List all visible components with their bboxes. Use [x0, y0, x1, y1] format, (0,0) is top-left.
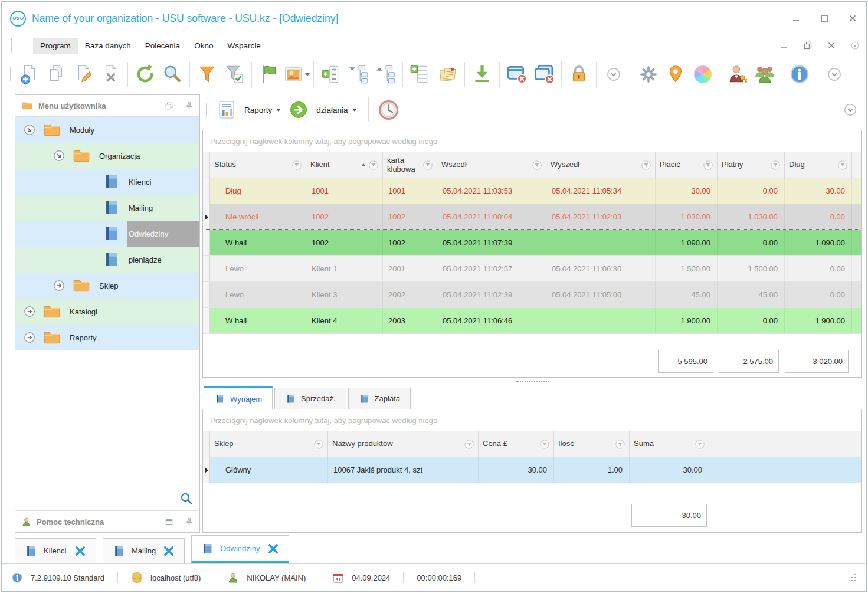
filter-icon[interactable] [292, 160, 302, 170]
mdi-tab-odwiedziny[interactable]: Odwiedziny [191, 535, 289, 563]
visit-row-1[interactable]: Dług1001100105.04.2021 11:03:5305.04.202… [203, 178, 861, 204]
toolbar-search-button[interactable] [159, 60, 186, 89]
column-header-suma[interactable]: Suma [630, 431, 709, 457]
child-minimize-icon[interactable] [780, 41, 788, 50]
toolbar-tree-expand-button[interactable] [345, 60, 372, 89]
minimize-icon[interactable] [792, 14, 800, 22]
expand-node-icon[interactable] [24, 332, 35, 343]
column-header-wszedł[interactable]: Wszedł [437, 152, 546, 178]
menu-item-baza-danych[interactable]: Baza danych [78, 38, 138, 54]
menu-item-wsparcie[interactable]: Wsparcie [220, 38, 267, 54]
sidebar-item-pieniądze[interactable]: pieniądze [15, 247, 199, 273]
tab-wynajem[interactable]: Wynajem [204, 386, 273, 409]
collapse-panel-icon[interactable] [165, 517, 173, 526]
search-icon[interactable] [180, 492, 192, 504]
toolbar-download-button[interactable] [469, 60, 496, 89]
sidebar-item-katalogi[interactable]: Katalogi [15, 299, 199, 325]
visit-row-5[interactable]: LewoKlient 3200205.04.2021 11:02:3905.04… [203, 282, 861, 308]
toolbar-flag-button[interactable] [256, 60, 283, 89]
toolbar-options-icon[interactable] [844, 103, 857, 116]
menu-item-okno[interactable]: Okno [187, 38, 220, 54]
actions-go-icon[interactable] [289, 100, 309, 120]
column-header-wyszedł[interactable]: Wyszedł [546, 152, 656, 178]
toolbar-delete-document-button[interactable] [97, 60, 124, 89]
toolbar-tree-collapse-button[interactable] [372, 60, 399, 89]
toolbar-options-icon[interactable] [851, 41, 859, 50]
close-tab-icon[interactable] [74, 545, 87, 558]
collapse-node-icon[interactable] [53, 150, 65, 162]
program-book-icon[interactable] [18, 40, 30, 51]
toolbar-user-key-button[interactable] [724, 60, 751, 89]
filter-icon[interactable] [369, 160, 378, 170]
toolbar-gear-button[interactable] [635, 60, 662, 89]
filter-icon[interactable] [540, 440, 549, 449]
filter-icon[interactable] [695, 440, 705, 449]
child-restore-icon[interactable] [804, 41, 812, 50]
menubar-drag-handle[interactable] [9, 38, 12, 53]
pin-panel-icon[interactable] [185, 517, 194, 526]
tab-zapłata[interactable]: Zapłata [348, 388, 411, 409]
expand-node-icon[interactable] [53, 280, 65, 291]
filter-icon[interactable] [703, 160, 713, 170]
report-icon[interactable] [217, 100, 237, 120]
resize-grip[interactable] [847, 573, 857, 582]
filter-icon[interactable] [464, 440, 474, 449]
sidebar-item-odwiedziny[interactable]: Odwiedziny [15, 221, 199, 247]
pin-panel-icon[interactable] [185, 101, 194, 110]
toolbar-users-group-button[interactable] [751, 60, 778, 89]
sidebar-item-klienci[interactable]: Klienci [15, 169, 199, 195]
sidebar-item-moduły[interactable]: Moduły [15, 117, 199, 143]
visit-row-6[interactable]: W haliKlient 4200305.04.2021 11:06:461 9… [203, 308, 861, 334]
toolbar-expand-rows-button[interactable] [317, 60, 345, 89]
column-header-status[interactable]: Status [210, 152, 306, 178]
actions-dropdown[interactable]: działania [314, 103, 359, 117]
column-header-płacić[interactable]: Płacić [656, 152, 718, 178]
user-text[interactable]: NIKOLAY (MAIN) [247, 574, 306, 582]
toolbar-chevron-overflow-button[interactable] [821, 60, 848, 89]
filter-icon[interactable] [423, 160, 433, 170]
sidebar-item-raporty[interactable]: Raporty [15, 325, 199, 350]
clock-icon[interactable] [378, 99, 399, 121]
filter-icon[interactable] [771, 160, 780, 170]
menu-item-polecenia[interactable]: Polecenia [138, 38, 187, 54]
float-panel-icon[interactable] [165, 101, 173, 110]
toolbar-info-button[interactable] [786, 60, 813, 89]
support-panel-header[interactable]: Pomoc techniczna [15, 510, 199, 532]
sidebar-item-sklep[interactable]: Sklep [15, 273, 199, 299]
visit-row-3[interactable]: W hali1002100205.04.2021 11:07:391 090.0… [203, 230, 861, 256]
close-tab-icon[interactable] [162, 545, 175, 558]
toolbar-color-wheel-button[interactable] [689, 60, 716, 89]
column-header-klient[interactable]: Klient [306, 152, 383, 178]
column-header-płatny[interactable]: Płatny [718, 152, 785, 178]
toolbar-close-all-windows-button[interactable] [530, 60, 558, 89]
mdi-tab-mailing[interactable]: Mailing [103, 538, 185, 563]
column-header-nazwy-produktów[interactable]: Nazwy produktów [328, 431, 479, 457]
close-tab-icon[interactable] [267, 542, 280, 555]
toolbar-close-window-button[interactable] [503, 60, 530, 89]
toolbar-drag-handle[interactable] [8, 67, 11, 81]
toolbar-add-table-button[interactable] [407, 60, 434, 89]
toolbar-lock-button[interactable] [565, 60, 592, 89]
toolbar-location-pin-button[interactable] [662, 60, 689, 89]
reports-dropdown[interactable]: Raporty [242, 103, 283, 117]
visit-row-2[interactable]: Nie wrócił1002100205.04.2021 11:00:0405.… [203, 204, 861, 230]
column-header-dług[interactable]: Dług [785, 152, 852, 178]
date-text[interactable]: 04.09.2024 [352, 574, 390, 582]
child-close-icon[interactable] [827, 41, 836, 50]
toolbar-notes-button[interactable] [434, 60, 461, 89]
toolbar-filter-check-button[interactable] [221, 60, 248, 89]
collapse-node-icon[interactable] [24, 124, 35, 136]
tab-sprzedaż[interactable]: Sprzedaż. [274, 388, 346, 409]
expand-node-icon[interactable] [24, 306, 35, 317]
toolbar-image-button[interactable] [283, 60, 310, 89]
filter-icon[interactable] [641, 160, 651, 170]
filter-icon[interactable] [532, 160, 542, 170]
column-header-karta-klubowa[interactable]: karta klubowa [383, 152, 437, 178]
toolbar-add-document-button[interactable] [15, 60, 42, 89]
mdi-tab-klienci[interactable]: Klienci [15, 538, 96, 563]
vertical-scrollbar[interactable] [850, 179, 861, 346]
database-text[interactable]: localhost (utf8) [150, 574, 201, 582]
menu-item-program[interactable]: Program [33, 38, 78, 54]
sidebar-item-organizacja[interactable]: Organizacja [15, 143, 199, 169]
toolbar-chevron-overflow-button[interactable] [600, 60, 627, 89]
